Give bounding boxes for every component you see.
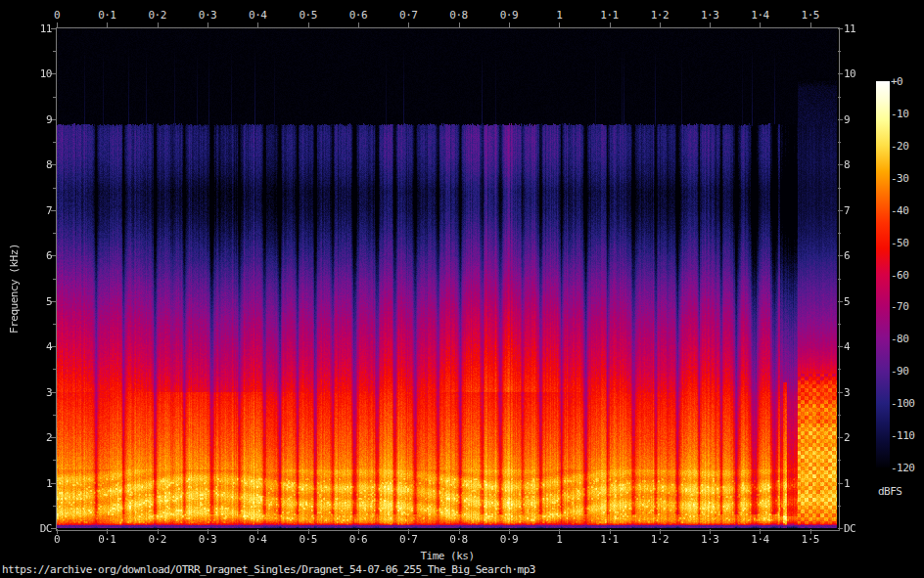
y-minor-tick-left	[53, 369, 56, 370]
y-tick-right	[838, 437, 843, 438]
x-tick-label-bottom: 0·7	[399, 533, 417, 546]
colorbar-tick-label: -90	[891, 365, 908, 378]
y-tick-label-right: 5	[844, 295, 850, 308]
y-tick-label-left: 9	[0, 113, 52, 126]
y-minor-tick-right	[838, 51, 841, 52]
colorbar-tick-label: -120	[891, 462, 915, 474]
x-tick-label-bottom: 0·1	[98, 533, 116, 546]
colorbar-tick-label: -30	[891, 172, 908, 185]
x-tick-label-top: 0·1	[98, 9, 116, 22]
y-tick-label-right: 7	[844, 204, 850, 217]
x-tick-top	[710, 22, 711, 27]
y-minor-tick-right	[838, 415, 841, 416]
x-tick-top	[509, 22, 510, 27]
y-axis-title: Frequency (kHz)	[8, 244, 21, 333]
y-minor-tick-right	[838, 188, 841, 189]
y-tick-right	[838, 392, 843, 393]
x-tick-top	[459, 22, 460, 27]
y-tick-label-left: 8	[0, 158, 52, 171]
x-tick-label-bottom: 1	[556, 533, 562, 546]
colorbar-tick-label: -50	[891, 237, 908, 249]
y-tick-right	[838, 119, 843, 120]
y-tick-label-right: 6	[844, 249, 850, 262]
x-tick-label-top: 0·5	[299, 9, 316, 22]
x-tick-label-bottom: 1·2	[651, 533, 669, 546]
x-tick-top	[358, 22, 359, 27]
x-tick-label-bottom: 0·5	[299, 533, 316, 546]
plot-frame	[56, 27, 840, 531]
y-minor-tick-left	[53, 233, 56, 234]
x-tick-label-top: 0·2	[148, 9, 165, 22]
x-tick-label-top: 0·4	[249, 9, 266, 22]
y-tick-label-left: 7	[0, 204, 52, 217]
y-minor-tick-left	[53, 324, 56, 325]
x-tick-label-top: 0	[54, 9, 60, 22]
y-tick-label-right: 9	[844, 113, 850, 126]
y-minor-tick-right	[838, 97, 841, 98]
colorbar-unit-label: dBFS	[878, 485, 902, 498]
y-tick-label-right: 3	[844, 386, 850, 399]
y-tick-label-left: 1	[0, 477, 52, 490]
y-tick-label-left: 2	[0, 431, 52, 444]
y-tick-right	[838, 301, 843, 302]
y-minor-tick-left	[53, 142, 56, 143]
colorbar	[876, 81, 890, 467]
y-tick-label-right: 11	[844, 22, 855, 35]
x-tick-top	[660, 22, 661, 27]
y-minor-tick-left	[53, 51, 56, 52]
x-tick-label-bottom: 1·4	[751, 533, 768, 546]
y-minor-tick-right	[838, 369, 841, 370]
source-url-caption: https://archive·org/download/OTRR_Dragne…	[2, 563, 535, 576]
x-tick-label-top: 0·7	[399, 9, 417, 22]
y-minor-tick-left	[53, 97, 56, 98]
y-minor-tick-left	[53, 506, 56, 507]
y-tick-right	[838, 164, 843, 165]
x-tick-label-bottom: 0·3	[199, 533, 216, 546]
x-tick-label-bottom: 0·2	[148, 533, 165, 546]
y-minor-tick-right	[838, 460, 841, 461]
colorbar-tick-label: -100	[891, 397, 915, 410]
y-tick-right	[838, 346, 843, 347]
x-tick-top	[559, 22, 560, 27]
y-tick-right	[838, 210, 843, 211]
y-tick-label-right: 8	[844, 158, 850, 171]
y-tick-label-left: 3	[0, 386, 52, 399]
colorbar-tick-label: -60	[891, 269, 908, 282]
x-tick-label-top: 1·5	[802, 9, 819, 22]
y-minor-tick-left	[53, 279, 56, 280]
y-minor-tick-right	[838, 324, 841, 325]
y-minor-tick-right	[838, 279, 841, 280]
colorbar-tick-label: -10	[891, 108, 908, 120]
colorbar-tick-label: -70	[891, 300, 908, 313]
y-tick-label-right: 10	[844, 67, 855, 80]
y-minor-tick-right	[838, 506, 841, 507]
colorbar-tick-label: -40	[891, 204, 908, 217]
x-tick-label-top: 1·2	[651, 9, 669, 22]
x-tick-label-bottom: 0	[54, 533, 60, 546]
x-tick-label-bottom: 0·8	[449, 533, 467, 546]
y-tick-right	[838, 483, 843, 484]
x-tick-label-bottom: 1·1	[600, 533, 618, 546]
x-tick-top	[257, 22, 258, 27]
x-tick-label-top: 0·3	[199, 9, 216, 22]
y-tick-label-left: 10	[0, 67, 52, 80]
y-tick-right	[838, 528, 843, 529]
y-minor-tick-right	[838, 233, 841, 234]
x-tick-top	[308, 22, 309, 27]
y-tick-label-left: 11	[0, 22, 52, 35]
y-tick-label-left: DC	[0, 522, 52, 535]
x-tick-label-bottom: 0·6	[349, 533, 367, 546]
x-tick-label-bottom: 0·9	[500, 533, 518, 546]
sox-spectrogram-figure: 000·10·10·20·20·30·30·40·40·50·50·60·60·…	[0, 0, 924, 578]
y-tick-label-left: 4	[0, 340, 52, 353]
x-tick-top	[158, 22, 159, 27]
y-tick-right	[838, 73, 843, 74]
x-tick-label-top: 0·6	[349, 9, 367, 22]
colorbar-tick-label: -20	[891, 140, 908, 153]
y-minor-tick-left	[53, 460, 56, 461]
y-minor-tick-left	[53, 188, 56, 189]
x-tick-label-top: 0·8	[449, 9, 467, 22]
x-tick-label-top: 1·3	[701, 9, 718, 22]
x-tick-top	[610, 22, 611, 27]
x-tick-label-bottom: 1·3	[701, 533, 718, 546]
